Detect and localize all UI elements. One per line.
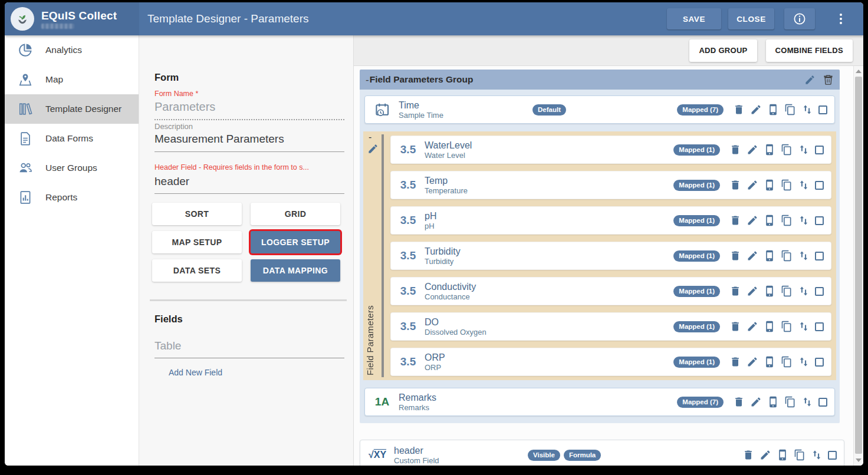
- edit-icon[interactable]: [747, 215, 758, 226]
- table-input[interactable]: Table: [154, 339, 344, 358]
- description-input[interactable]: Measurement Parameters: [154, 133, 344, 152]
- delete-icon[interactable]: [729, 321, 741, 332]
- delete-icon[interactable]: [733, 104, 745, 116]
- copy-icon[interactable]: [781, 250, 793, 262]
- edit-icon[interactable]: [760, 449, 771, 461]
- delete-icon[interactable]: [733, 396, 745, 408]
- select-checkbox[interactable]: [815, 287, 824, 296]
- copy-icon[interactable]: [781, 144, 793, 156]
- copy-icon[interactable]: [781, 215, 793, 226]
- select-checkbox[interactable]: [815, 322, 824, 331]
- copy-icon[interactable]: [781, 321, 793, 332]
- group-title: Field Parameters Group: [370, 74, 474, 85]
- select-checkbox[interactable]: [815, 252, 824, 260]
- scrollbar-thumb[interactable]: [855, 77, 862, 454]
- reorder-icon[interactable]: [811, 449, 823, 461]
- close-button[interactable]: CLOSE: [728, 8, 774, 29]
- sort-button[interactable]: SORT: [152, 203, 242, 225]
- copy-icon[interactable]: [784, 396, 796, 408]
- edit-icon[interactable]: [747, 179, 758, 191]
- collapse-subgroup-icon[interactable]: -: [369, 132, 371, 143]
- select-checkbox[interactable]: [828, 451, 837, 460]
- select-checkbox[interactable]: [815, 358, 824, 367]
- field-name: Conductivity: [425, 281, 476, 292]
- delete-icon[interactable]: [742, 449, 754, 461]
- device-preview-icon[interactable]: [764, 179, 775, 191]
- copy-icon[interactable]: [781, 356, 793, 368]
- mapped-badge: Mapped (1): [673, 286, 720, 297]
- data-sets-button[interactable]: DATA SETS: [152, 259, 242, 282]
- sidebar-item-template-designer[interactable]: Template Designer: [5, 94, 139, 124]
- mapped-badge: Mapped (1): [673, 215, 720, 226]
- equis-logo-icon: [11, 7, 34, 31]
- edit-icon[interactable]: [747, 356, 758, 368]
- device-preview-icon[interactable]: [764, 250, 775, 262]
- device-preview-icon[interactable]: [764, 356, 775, 368]
- description-label: Description: [154, 122, 193, 131]
- vertical-scrollbar[interactable]: [853, 66, 863, 466]
- device-preview-icon[interactable]: [764, 321, 775, 332]
- copy-icon[interactable]: [794, 449, 805, 461]
- add-group-button[interactable]: ADD GROUP: [689, 39, 757, 62]
- decimal-type-icon: 3.5: [397, 285, 419, 298]
- device-preview-icon[interactable]: [764, 215, 775, 226]
- scroll-down-icon[interactable]: [856, 458, 862, 462]
- collapse-group-icon[interactable]: -: [366, 75, 369, 85]
- select-checkbox[interactable]: [815, 181, 824, 190]
- data-mapping-button[interactable]: DATA MAPPING: [251, 259, 340, 282]
- delete-icon[interactable]: [729, 215, 741, 226]
- field-name: Temp: [425, 175, 468, 186]
- form-name-input[interactable]: Parameters: [154, 100, 344, 120]
- edit-subgroup-icon[interactable]: [367, 143, 379, 154]
- scroll-up-icon[interactable]: [856, 70, 862, 73]
- reorder-icon[interactable]: [798, 144, 810, 156]
- device-preview-icon[interactable]: [767, 104, 779, 116]
- edit-icon[interactable]: [750, 396, 762, 408]
- reorder-icon[interactable]: [798, 179, 810, 191]
- reorder-icon[interactable]: [798, 285, 810, 297]
- grid-button[interactable]: GRID: [251, 203, 340, 225]
- map-setup-button[interactable]: MAP SETUP: [152, 231, 242, 253]
- reorder-icon[interactable]: [801, 396, 813, 408]
- combine-fields-button[interactable]: COMBINE FIELDS: [766, 39, 853, 62]
- copy-icon[interactable]: [781, 179, 793, 191]
- edit-icon[interactable]: [747, 144, 758, 156]
- select-checkbox[interactable]: [815, 216, 824, 225]
- info-button[interactable]: [784, 8, 815, 29]
- delete-icon[interactable]: [729, 285, 741, 297]
- reorder-icon[interactable]: [798, 250, 810, 262]
- sidebar-item-data-forms[interactable]: Data Forms: [5, 124, 139, 153]
- delete-icon[interactable]: [729, 356, 741, 368]
- edit-group-icon[interactable]: [804, 74, 816, 85]
- edit-icon[interactable]: [750, 104, 762, 116]
- select-checkbox[interactable]: [815, 146, 824, 154]
- edit-icon[interactable]: [747, 285, 758, 297]
- reorder-icon[interactable]: [801, 104, 813, 116]
- sidebar-item-reports[interactable]: Reports: [5, 183, 139, 212]
- edit-icon[interactable]: [747, 250, 758, 262]
- sidebar-item-map[interactable]: Map: [5, 65, 139, 94]
- delete-group-icon[interactable]: [823, 74, 834, 85]
- kebab-menu-icon[interactable]: [835, 11, 847, 27]
- device-preview-icon[interactable]: [764, 285, 775, 297]
- logger-setup-button[interactable]: LOGGER SETUP: [251, 231, 340, 253]
- copy-icon[interactable]: [784, 104, 796, 116]
- reorder-icon[interactable]: [798, 321, 810, 332]
- delete-icon[interactable]: [729, 144, 741, 156]
- sidebar-item-analytics[interactable]: Analytics: [5, 35, 139, 65]
- delete-icon[interactable]: [729, 250, 741, 262]
- reorder-icon[interactable]: [798, 215, 810, 226]
- delete-icon[interactable]: [729, 179, 741, 191]
- save-button[interactable]: SAVE: [667, 8, 721, 29]
- header-field-input[interactable]: header: [154, 175, 344, 194]
- sidebar-item-user-groups[interactable]: User Groups: [5, 153, 139, 183]
- select-checkbox[interactable]: [818, 398, 827, 407]
- add-new-field-link[interactable]: Add New Field: [169, 368, 222, 377]
- device-preview-icon[interactable]: [764, 144, 775, 156]
- copy-icon[interactable]: [781, 285, 793, 297]
- device-preview-icon[interactable]: [777, 449, 788, 461]
- reorder-icon[interactable]: [798, 356, 810, 368]
- edit-icon[interactable]: [747, 321, 758, 332]
- select-checkbox[interactable]: [818, 105, 827, 114]
- device-preview-icon[interactable]: [767, 396, 779, 408]
